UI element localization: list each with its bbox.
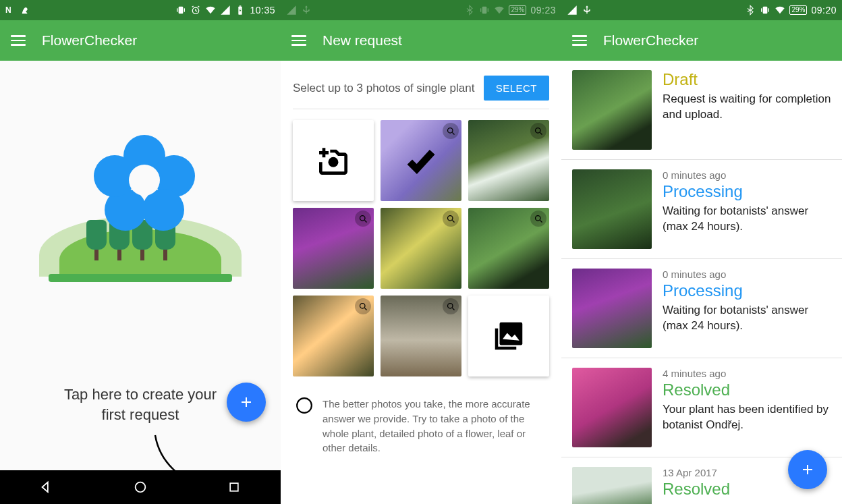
request-status: Processing — [663, 182, 831, 201]
add-photo-icon — [314, 142, 352, 179]
request-list: Draft Request is waiting for completion … — [561, 61, 842, 504]
photo-tile[interactable] — [381, 296, 461, 376]
svg-point-16 — [447, 215, 453, 221]
photo-tile[interactable] — [468, 208, 549, 289]
request-description: Request is waiting for completion and up… — [663, 92, 831, 123]
app-title: FlowerChecker — [603, 32, 698, 49]
app-title: New request — [322, 32, 402, 49]
svg-rect-24 — [763, 7, 768, 14]
app-bar: FlowerChecker — [0, 20, 281, 61]
select-button[interactable]: SELECT — [484, 76, 549, 101]
request-description: Waiting for botanists' answer (max 24 ho… — [663, 303, 831, 334]
signal-icon — [286, 5, 297, 16]
request-thumbnail — [572, 467, 652, 504]
signal-icon — [220, 5, 231, 16]
back-button[interactable] — [35, 476, 58, 499]
request-description: Waiting for botanists' answer (max 24 ho… — [663, 204, 831, 235]
request-status: Resolved — [663, 381, 831, 399]
svg-point-17 — [535, 215, 540, 221]
status-clock: 10:35 — [250, 5, 275, 16]
photo-tile[interactable] — [468, 120, 549, 201]
svg-point-18 — [360, 303, 365, 308]
hint-arrow-icon — [142, 428, 243, 504]
request-thumbnail — [572, 169, 652, 249]
magnify-icon[interactable] — [443, 298, 459, 314]
photo-grid — [293, 120, 549, 376]
first-request-hint: Tap here to create your first request — [32, 385, 248, 424]
magnify-icon[interactable] — [530, 123, 546, 139]
info-text: The better photos you take, the more acc… — [322, 397, 546, 455]
battery-level: 29% — [789, 5, 807, 15]
status-clock: 09:23 — [530, 5, 556, 16]
vibrate-icon — [479, 5, 490, 16]
wifi-icon — [205, 5, 216, 16]
svg-point-19 — [447, 303, 453, 308]
screen-new-request: 29% 09:23 New request Select up to 3 pho… — [281, 0, 561, 504]
svg-point-12 — [329, 157, 339, 167]
screen-home: N 10:35 FlowerChecker — [0, 0, 281, 504]
request-thumbnail — [572, 269, 652, 348]
request-item[interactable]: 0 minutes ago Processing Waiting for bot… — [561, 160, 842, 259]
svg-rect-6 — [240, 5, 242, 6]
photo-tile[interactable] — [293, 208, 374, 289]
svg-rect-26 — [768, 8, 769, 11]
signal-icon — [567, 5, 578, 16]
svg-rect-1 — [179, 7, 184, 14]
svg-rect-20 — [500, 323, 523, 345]
request-status: Draft — [663, 70, 831, 89]
request-item[interactable]: Draft Request is waiting for completion … — [561, 61, 842, 160]
photo-tile[interactable] — [381, 208, 461, 289]
request-time: 4 minutes ago — [663, 368, 831, 379]
bluetooth-icon — [464, 5, 475, 16]
usb-icon — [301, 5, 312, 16]
notification-animal-icon — [20, 5, 31, 16]
magnify-icon[interactable] — [355, 298, 371, 314]
battery-level: 29% — [509, 5, 526, 15]
app-title: FlowerChecker — [42, 32, 137, 49]
request-time: 0 minutes ago — [663, 169, 831, 181]
info-row: The better photos you take, the more acc… — [293, 397, 549, 468]
new-request-fab[interactable] — [227, 383, 266, 422]
gallery-icon — [490, 318, 527, 354]
svg-rect-25 — [761, 8, 762, 11]
magnify-icon[interactable] — [530, 211, 546, 227]
svg-rect-3 — [184, 8, 185, 11]
svg-rect-9 — [482, 7, 487, 14]
bluetooth-icon — [745, 5, 756, 16]
request-item[interactable]: 0 minutes ago Processing Waiting for bot… — [561, 259, 842, 358]
magnify-icon[interactable] — [355, 211, 371, 227]
wifi-icon — [775, 5, 785, 16]
battery-charging-icon — [235, 5, 246, 16]
svg-text:N: N — [5, 5, 11, 15]
notification-n-icon: N — [5, 5, 16, 16]
request-item[interactable]: 4 minutes ago Resolved Your plant has be… — [561, 358, 842, 457]
new-request-fab[interactable] — [788, 450, 827, 489]
magnify-icon[interactable] — [443, 211, 459, 227]
svg-rect-2 — [177, 8, 177, 11]
request-status: Processing — [663, 281, 831, 300]
home-body: Tap here to create your first request — [0, 61, 281, 470]
status-bar: 29% 09:20 — [561, 0, 842, 20]
status-bar: N 10:35 — [0, 0, 281, 20]
photo-tile[interactable] — [381, 120, 461, 201]
menu-icon[interactable] — [291, 35, 306, 46]
menu-icon[interactable] — [11, 35, 26, 46]
gallery-tile[interactable] — [468, 296, 549, 376]
wifi-icon — [494, 5, 505, 16]
svg-rect-23 — [304, 405, 305, 410]
status-clock: 09:20 — [811, 5, 837, 16]
status-bar: 29% 09:23 — [281, 0, 561, 20]
alarm-icon — [190, 5, 201, 16]
app-bar: FlowerChecker — [561, 20, 842, 61]
request-time: 0 minutes ago — [663, 269, 831, 280]
usb-icon — [582, 5, 592, 16]
request-thumbnail — [572, 368, 652, 447]
svg-point-22 — [304, 401, 306, 403]
svg-point-15 — [360, 215, 365, 221]
svg-rect-11 — [488, 8, 488, 11]
vibrate-icon — [175, 5, 186, 16]
camera-tile[interactable] — [293, 120, 374, 201]
photo-tile[interactable] — [293, 296, 374, 376]
app-bar: New request — [281, 20, 561, 61]
menu-icon[interactable] — [572, 35, 587, 46]
